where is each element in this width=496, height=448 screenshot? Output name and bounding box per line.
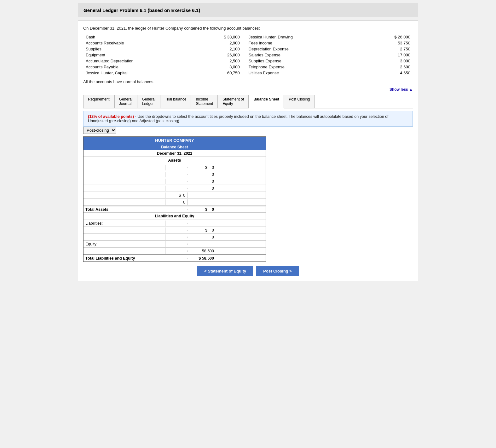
account-right-name: Fees Income — [242, 40, 363, 46]
tab-requirement[interactable]: Requirement — [83, 95, 114, 108]
bs-liabilities-header: Liabilities and Equity — [84, 213, 266, 220]
bs-equity-label-row: Equity: — [84, 241, 266, 248]
account-left-amount: 2,900 — [193, 40, 241, 46]
equity-input-1[interactable] — [85, 249, 163, 253]
page-title: General Ledger Problem 6.1 (based on Exe… — [78, 3, 418, 17]
account-right-amount: 2,600 — [364, 64, 412, 70]
total-liabilities-row: Total Liabilities and Equity $ 58,500 — [84, 255, 266, 261]
tab-statement-equity[interactable]: Statement ofEquity — [218, 95, 249, 108]
nav-buttons: < Statement of Equity Post Closing > — [83, 266, 413, 276]
bs-asset-row-5: $ 0 — [84, 192, 266, 199]
asset-input-2[interactable] — [85, 172, 163, 177]
account-left-name: Equipment — [84, 52, 193, 58]
asset-input-5[interactable] — [85, 193, 163, 198]
account-right-amount: 3,000 — [364, 58, 412, 64]
account-left-name: Supplies — [84, 46, 193, 52]
bs-company-name: HUNTER COMPANY — [84, 137, 266, 144]
account-right-name: Telephone Expense — [242, 64, 363, 70]
bs-equity-row-1: 58,500 — [84, 248, 266, 255]
tab-balance-sheet[interactable]: Balance Sheet — [249, 95, 284, 108]
bs-asset-row-4: 0 — [84, 185, 266, 192]
instruction-bar: (12% of available points) - Use the drop… — [83, 111, 413, 127]
account-left-amount: 2,500 — [193, 58, 241, 64]
account-right-name: Depreciation Expense — [242, 46, 363, 52]
bs-liability-row-2: 0 — [84, 234, 266, 241]
account-right-name: Jessica Hunter, Drawing — [242, 34, 363, 40]
asset-input-4[interactable] — [85, 186, 163, 191]
account-right-amount: 17,000 — [364, 52, 412, 58]
bs-asset-row-6: 0 — [84, 199, 266, 206]
balance-sheet-container: HUNTER COMPANY Balance Sheet December 31… — [83, 136, 266, 262]
account-left-name: Jessica Hunter, Capital — [84, 70, 193, 76]
tab-post-closing[interactable]: Post Closing — [284, 95, 314, 108]
account-right-name: Utilities Expense — [242, 70, 363, 76]
account-left-amount: 60,750 — [193, 70, 241, 76]
asset-input-3[interactable] — [85, 179, 163, 184]
asset-input-6[interactable] — [85, 200, 163, 204]
tab-trial-balance[interactable]: Trial balance — [160, 95, 191, 108]
account-right-name: Salaries Expense — [242, 52, 363, 58]
accounts-note: All the accounts have normal balances. — [83, 79, 413, 84]
bs-liability-row-1: $ 0 — [84, 227, 266, 234]
account-left-name: Cash — [84, 34, 193, 40]
account-left-name: Accounts Receivable — [84, 40, 193, 46]
total-assets-row: Total Assets $ 0 — [84, 206, 266, 213]
instruction-percent: (12% of available points) — [88, 114, 134, 119]
bs-title: Balance Sheet — [84, 144, 266, 150]
account-right-amount: 53,750 — [364, 40, 412, 46]
tab-general-ledger[interactable]: GeneralLedger — [137, 95, 160, 108]
liability-input-2[interactable] — [85, 235, 163, 239]
account-left-amount: 26,000 — [193, 52, 241, 58]
bs-liabilities-label-row: Liabilities: — [84, 220, 266, 227]
tab-general-journal[interactable]: GeneralJournal — [114, 95, 137, 108]
accounts-table: Cash $ 33,000 Jessica Hunter, Drawing $ … — [83, 34, 413, 76]
bs-asset-row-2: 0 — [84, 171, 266, 178]
bs-asset-row-3: 0 — [84, 178, 266, 185]
bs-asset-row-1: $ 0 — [84, 164, 266, 171]
account-right-amount: 4,650 — [364, 70, 412, 76]
tab-income-statement[interactable]: IncomeStatement — [191, 95, 218, 108]
account-left-name: Accumulated Depreciation — [84, 58, 193, 64]
account-left-amount: $ 33,000 — [193, 34, 241, 40]
liability-input-1[interactable] — [85, 228, 163, 233]
account-left-amount: 2,100 — [193, 46, 241, 52]
show-less-button[interactable]: Show less ▲ — [83, 87, 413, 92]
account-right-amount: 2,750 — [364, 46, 412, 52]
account-right-amount: $ 26,000 — [364, 34, 412, 40]
account-left-name: Accounts Payable — [84, 64, 193, 70]
view-dropdown-row: Adjusted Post-closing — [83, 127, 413, 134]
account-right-name: Supplies Expense — [242, 58, 363, 64]
next-button[interactable]: Post Closing > — [256, 266, 299, 276]
bs-date: December 31, 2021 — [84, 150, 266, 157]
account-left-amount: 3,000 — [193, 64, 241, 70]
prev-button[interactable]: < Statement of Equity — [197, 266, 253, 276]
bs-assets-header: Assets — [84, 157, 266, 164]
view-select[interactable]: Adjusted Post-closing — [83, 127, 116, 134]
asset-input-1[interactable] — [85, 165, 163, 170]
tabs-row: Requirement GeneralJournal GeneralLedger… — [83, 95, 413, 108]
problem-description: On December 31, 2021, the ledger of Hunt… — [83, 26, 413, 31]
